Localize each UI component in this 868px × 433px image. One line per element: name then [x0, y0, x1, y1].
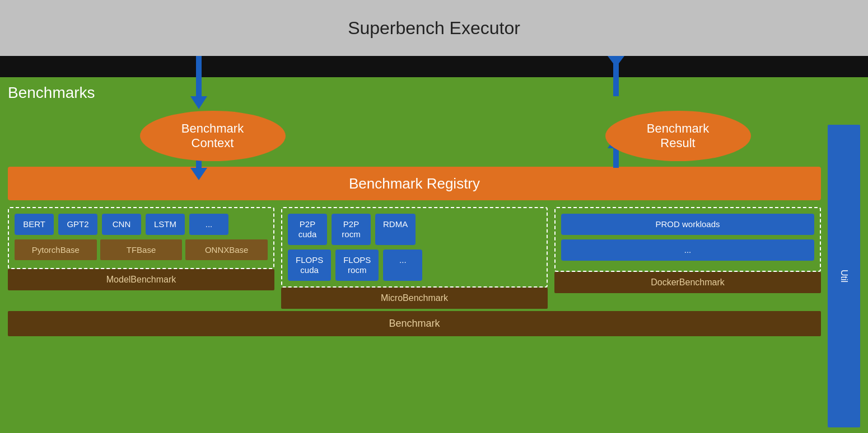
cnn-box: CNN	[102, 214, 141, 235]
base-boxes-row: PytorchBase TFBase ONNXBase	[15, 239, 268, 261]
gpt2-box: GPT2	[58, 214, 97, 235]
black-bar	[0, 56, 868, 77]
flops-rocm-box: FLOPSrocm	[335, 250, 379, 281]
model-column: BERT GPT2 CNN LSTM ... PytorchBase TFBas…	[8, 207, 274, 310]
tf-base-box: TFBase	[100, 239, 183, 260]
docker-more-box: ...	[561, 239, 814, 261]
docker-blue-boxes: PROD workloads	[561, 214, 814, 235]
docker-more-row: ...	[561, 239, 814, 261]
micro-more-box: ...	[383, 250, 422, 281]
docker-dashed-box: PROD workloads ...	[554, 207, 821, 272]
main-content: Benchmarks Benchmark Context Benchmark R…	[0, 77, 868, 433]
executor-section: Superbench Executor	[0, 0, 868, 56]
model-more-box: ...	[189, 214, 228, 235]
model-dashed-box: BERT GPT2 CNN LSTM ... PytorchBase TFBas…	[8, 207, 274, 269]
lstm-box: LSTM	[146, 214, 185, 235]
model-benchmark-box: ModelBenchmark	[8, 269, 274, 290]
executor-title: Superbench Executor	[348, 18, 520, 39]
p2p-rocm-box: P2Procm	[332, 214, 371, 245]
benchmarks-label: Benchmarks	[8, 84, 860, 102]
p2p-cuda-box: P2Pcuda	[288, 214, 327, 245]
model-blue-boxes: BERT GPT2 CNN LSTM ...	[15, 214, 268, 235]
docker-column: PROD workloads ... DockerBenchmark	[554, 207, 821, 310]
bert-box: BERT	[15, 214, 54, 235]
registry-bar: Benchmark Registry	[8, 167, 821, 200]
flops-cuda-box: FLOPScuda	[288, 250, 331, 281]
columns-row: BERT GPT2 CNN LSTM ... PytorchBase TFBas…	[8, 207, 821, 310]
benchmark-context-ellipse: Benchmark Context	[140, 111, 286, 161]
micro-blue-boxes-row1: P2Pcuda P2Procm RDMA	[288, 214, 541, 245]
full-page: Superbench Executor Benchmarks	[0, 0, 868, 433]
micro-column: P2Pcuda P2Procm RDMA FLOPScuda FLOPSrocm…	[281, 207, 548, 310]
micro-blue-boxes-row2: FLOPScuda FLOPSrocm ...	[288, 250, 541, 281]
util-sidebar: Util	[828, 125, 860, 427]
prod-workloads-box: PROD workloads	[561, 214, 814, 235]
pytorch-base-box: PytorchBase	[15, 239, 97, 260]
docker-benchmark-box: DockerBenchmark	[554, 272, 821, 293]
ellipses-area: Benchmark Context Benchmark Result	[8, 105, 860, 167]
micro-dashed-box: P2Pcuda P2Procm RDMA FLOPScuda FLOPSrocm…	[281, 207, 548, 288]
registry-label: Benchmark Registry	[349, 175, 480, 192]
onnx-base-box: ONNXBase	[185, 239, 268, 260]
rdma-box: RDMA	[375, 214, 416, 245]
benchmark-result-ellipse: Benchmark Result	[605, 111, 751, 161]
micro-benchmark-box: MicroBenchmark	[281, 288, 548, 309]
benchmark-base: Benchmark	[8, 311, 821, 336]
